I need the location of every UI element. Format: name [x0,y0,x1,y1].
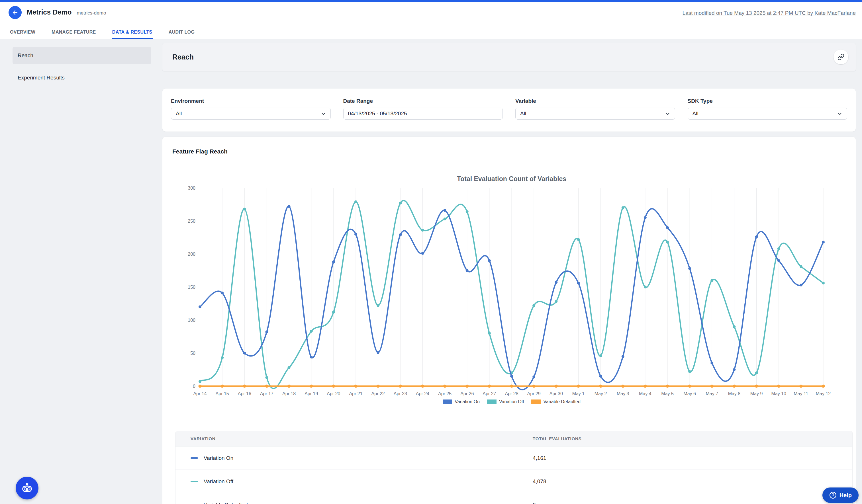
environment-label: Environment [171,98,331,104]
filter-sdk-type: SDK Type All [688,98,848,132]
svg-text:200: 200 [188,252,195,256]
legend-swatch [531,399,541,404]
svg-text:Apr 19: Apr 19 [304,391,318,396]
back-button[interactable] [9,6,22,19]
svg-text:May 12: May 12 [816,391,831,396]
svg-text:May 2: May 2 [595,391,607,396]
help-label: Help [839,492,852,499]
help-button[interactable]: Help [822,488,859,503]
date-range-value: 04/13/2025 - 05/13/2025 [348,110,407,117]
svg-text:Apr 21: Apr 21 [349,391,362,396]
sidebar-item-reach[interactable]: Reach [13,47,151,64]
svg-text:May 10: May 10 [771,391,786,396]
filters-card: Environment All Date Range 04/13/2025 - … [162,89,856,132]
environment-select[interactable]: All [171,108,331,120]
svg-text:Apr 26: Apr 26 [460,391,474,396]
help-circle-icon [829,491,837,499]
svg-text:300: 300 [188,186,195,190]
svg-text:Apr 30: Apr 30 [549,391,563,396]
variable-value: All [520,110,526,117]
environment-value: All [176,110,182,117]
variable-label: Variable [515,98,675,104]
svg-text:May 1: May 1 [572,391,585,396]
svg-text:250: 250 [188,219,195,224]
svg-text:May 3: May 3 [617,391,629,396]
tab-manage-feature[interactable]: MANAGE FEATURE [51,30,96,39]
variation-name: Variation On [204,455,233,461]
sdk-type-label: SDK Type [688,98,848,104]
svg-text:Apr 16: Apr 16 [238,391,251,396]
page-title: Metrics Demo [27,8,71,16]
svg-text:100: 100 [188,318,195,323]
svg-text:Apr 29: Apr 29 [527,391,541,396]
legend-label: Variation On [455,399,480,404]
legend-item-variation-off[interactable]: Variation Off [487,399,524,404]
filter-environment: Environment All [171,98,331,132]
svg-text:Apr 27: Apr 27 [483,391,496,396]
last-modified-text[interactable]: Last modified on Tue May 13 2025 at 2:47… [682,10,856,16]
feature-key: metrics-demo [77,10,106,16]
chevron-down-icon [665,111,670,117]
tab-data-results[interactable]: DATA & RESULTS [112,30,153,39]
svg-text:May 6: May 6 [683,391,696,396]
svg-text:Apr 14: Apr 14 [193,391,207,396]
legend-item-variation-on[interactable]: Variation On [443,399,480,404]
app-header: Metrics Demo metrics-demo Last modified … [0,2,862,39]
total-evaluations-value: 4,161 [533,447,546,469]
tab-bar: OVERVIEW MANAGE FEATURE DATA & RESULTS A… [9,30,195,39]
table-row[interactable]: Variation On 4,161 [175,447,852,470]
variable-select[interactable]: All [515,108,675,120]
table-row[interactable]: Variable Defaulted 0 [175,493,852,504]
legend-label: Variable Defaulted [543,399,580,404]
column-header-total-evaluations: TOTAL EVALUATIONS [533,431,582,446]
variation-table: VARIATION TOTAL EVALUATIONS Variation On… [175,431,853,504]
date-range-input[interactable]: 04/13/2025 - 05/13/2025 [343,108,503,120]
svg-text:150: 150 [188,285,195,290]
legend-item-variable-defaulted[interactable]: Variable Defaulted [531,399,580,404]
legend-label: Variation Off [499,399,524,404]
column-header-variation: VARIATION [191,431,216,446]
svg-text:Apr 18: Apr 18 [282,391,296,396]
svg-text:Apr 20: Apr 20 [327,391,340,396]
copy-link-button[interactable] [834,50,848,64]
svg-text:May 9: May 9 [750,391,763,396]
svg-text:Apr 23: Apr 23 [394,391,407,396]
variation-name: Variable Defaulted [204,502,248,504]
assistant-launcher-button[interactable] [16,477,38,500]
filter-variable: Variable All [515,98,675,132]
svg-text:Apr 22: Apr 22 [371,391,385,396]
svg-text:Apr 17: Apr 17 [260,391,273,396]
svg-text:May 11: May 11 [794,391,808,396]
link-icon [837,54,844,61]
series-color-dash [191,481,198,482]
filter-date-range: Date Range 04/13/2025 - 05/13/2025 [343,98,503,132]
legend-swatch [487,399,497,404]
page-content: Reach Experiment Results Reach Environme… [0,39,862,504]
total-evaluations-value: 0 [533,493,536,504]
top-accent-bar [0,0,862,2]
sdk-type-select[interactable]: All [688,108,848,120]
sidebar-item-experiment-results[interactable]: Experiment Results [13,69,151,87]
table-header: VARIATION TOTAL EVALUATIONS [175,431,852,447]
svg-text:0: 0 [193,384,195,389]
date-range-label: Date Range [343,98,503,104]
svg-text:50: 50 [190,351,195,356]
svg-text:May 7: May 7 [706,391,718,396]
chart-card-title: Feature Flag Reach [172,148,227,155]
svg-text:May 4: May 4 [639,391,652,396]
svg-text:May 8: May 8 [728,391,741,396]
chart-legend: Variation On Variation Off Variable Defa… [200,399,823,404]
legend-swatch [443,399,452,404]
table-row[interactable]: Variation Off 4,078 [175,470,852,493]
section-header: Reach [162,43,856,71]
chevron-down-icon [837,111,843,117]
svg-text:Total Evaluation Count of Vari: Total Evaluation Count of Variables [457,175,566,183]
section-title: Reach [172,43,194,71]
svg-text:Apr 25: Apr 25 [438,391,452,396]
evaluations-line-chart[interactable]: 050100150200250300Apr 14Apr 15Apr 16Apr … [162,164,854,403]
reach-chart-card: Feature Flag Reach 050100150200250300Apr… [162,137,856,504]
tab-overview[interactable]: OVERVIEW [9,30,36,39]
total-evaluations-value: 4,078 [533,470,546,493]
robot-icon [21,481,34,495]
tab-audit-log[interactable]: AUDIT LOG [168,30,195,39]
